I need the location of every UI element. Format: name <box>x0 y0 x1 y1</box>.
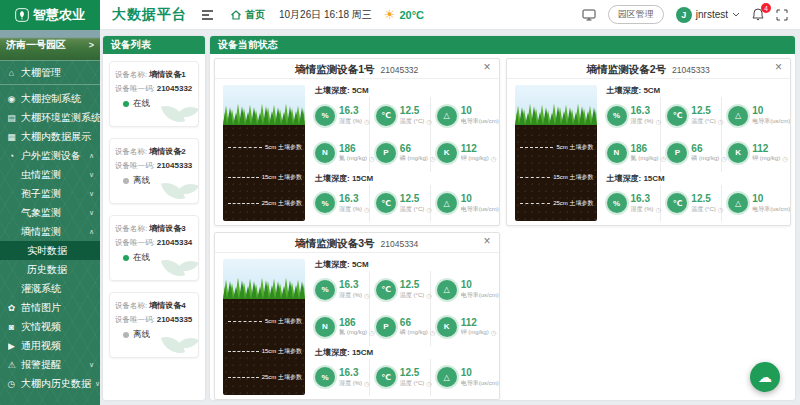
metric-potassium: K112钾 (mg/kg)◷ <box>431 134 491 171</box>
fullscreen-icon[interactable] <box>776 9 788 21</box>
metric-temperature: ℃12.5温度 (°C)◷ <box>661 185 722 222</box>
history-icon[interactable]: ◷ <box>364 380 370 388</box>
control-system-icon: ◉ <box>6 94 17 104</box>
soil-profile-image: 5cm 土壤参数 15cm 土壤参数 25cm 土壤参数 <box>223 85 305 221</box>
conductivity-icon: △ <box>437 106 457 126</box>
park-selector[interactable]: 济南一号园区 > <box>0 30 100 60</box>
chevron-down-icon: ∨ <box>89 171 94 179</box>
user-menu[interactable]: J jnrstest <box>676 7 740 23</box>
sidebar-item-general-video[interactable]: ▶通用视频 <box>0 336 100 355</box>
close-icon[interactable]: × <box>483 61 490 73</box>
metric-temperature: ℃12.5温度 (°C)◷ <box>370 271 431 308</box>
park-manage-button[interactable]: 园区管理 <box>608 5 664 24</box>
status-text: 离线 <box>133 175 150 187</box>
history-icon[interactable]: ◷ <box>364 118 370 126</box>
chevron-up-icon: ∧ <box>89 152 94 160</box>
history-icon[interactable]: ◷ <box>364 206 370 214</box>
sidebar-item-environment-monitoring[interactable]: ▤大棚环境监测系统 <box>0 108 100 127</box>
clock-icon: ◷ <box>6 379 17 389</box>
metric-conductivity: △10电导率(us/cm)◷ <box>431 97 491 134</box>
sidebar-item-greenhouse-data-display[interactable]: ▦大棚内数据展示 <box>0 127 100 146</box>
depth-marker: 5cm 土壤参数 <box>520 143 594 152</box>
username-text: jnrstest <box>696 9 728 20</box>
soil-depth-label: 土壤深度: 15CM <box>315 172 491 185</box>
chevron-down-icon <box>732 12 740 17</box>
history-icon[interactable]: ◷ <box>491 155 497 163</box>
sidebar-item-irrigation-system[interactable]: 灌溉系统 <box>0 279 100 298</box>
panel-title: 墒情监测设备3号 <box>295 237 374 251</box>
soil-profile-image: 5cm 土壤参数 15cm 土壤参数 25cm 土壤参数 <box>223 259 305 395</box>
metric-conductivity: △10电导率(us/cm)◷ <box>722 185 782 222</box>
environment-monitor-icon: ▤ <box>6 113 17 123</box>
device-name-label: 设备名称: <box>115 224 147 233</box>
device-list-panel: 设备列表 设备名称: 墒情设备1 设备唯一码: 21045332 在线 设备名称… <box>103 36 205 400</box>
cloud-upload-button[interactable]: ☁ <box>750 362 780 392</box>
chevron-down-icon: ∨ <box>95 380 100 388</box>
soil-depth-label: 土壤深度: 15CM <box>315 346 491 359</box>
device-code: 21045333 <box>157 161 193 170</box>
sidebar-item-seedling-photos[interactable]: ✿苗情图片 <box>0 298 100 317</box>
depth-marker: 25cm 土壤参数 <box>228 373 302 382</box>
sidebar-item-alarm-reminder[interactable]: ⚠报警提醒∨ <box>0 355 100 374</box>
nav-home[interactable]: 首页 <box>230 8 265 22</box>
chevron-down-icon: ∨ <box>89 190 94 198</box>
metric-nitrogen: N186氮 (mg/kg)◷ <box>315 134 370 171</box>
sidebar-item-insect-monitoring[interactable]: 虫情监测∨ <box>0 165 100 184</box>
sidebar-item-disaster-video[interactable]: ◙灾情视频 <box>0 317 100 336</box>
data-display-icon: ▦ <box>6 132 17 142</box>
device-card-2[interactable]: 设备名称: 墒情设备2 设备唯一码: 21045333 离线 <box>109 138 199 204</box>
flower-icon: ✿ <box>6 303 17 313</box>
status-dot <box>123 101 129 107</box>
home-icon <box>230 9 242 21</box>
panel-device-code: 21045333 <box>672 65 710 75</box>
warning-icon: ⚠ <box>6 360 17 370</box>
history-icon[interactable]: ◷ <box>364 292 370 300</box>
device-name: 墒情设备4 <box>149 301 185 310</box>
temperature-icon: ℃ <box>376 280 396 300</box>
metric-temperature: ℃12.5温度 (°C)◷ <box>370 97 431 134</box>
soil-profile-image: 5cm 土壤参数 15cm 土壤参数 25cm 土壤参数 <box>515 85 597 221</box>
soil-depth-label: 土壤深度: 5CM <box>607 84 783 97</box>
device-code: 21045335 <box>157 315 193 324</box>
humidity-icon: % <box>607 193 627 213</box>
sidebar-item-history-data[interactable]: 历史数据 <box>0 260 100 279</box>
metric-humidity: %16.3湿度 (%)◷ <box>315 185 370 222</box>
platform-title: 大数据平台 <box>112 6 187 24</box>
humidity-icon: % <box>315 367 335 387</box>
close-icon[interactable]: × <box>483 235 490 247</box>
metric-phosphorus: P66磷 (mg/kg)◷ <box>370 308 431 345</box>
sidebar-item-realtime-data[interactable]: 实时数据 <box>0 241 100 260</box>
close-icon[interactable]: × <box>775 61 782 73</box>
app-logo: 智慧农业 <box>0 0 100 30</box>
device-card-1[interactable]: 设备名称: 墒情设备1 设备唯一码: 21045332 在线 <box>109 61 199 127</box>
panel-device-code: 21045332 <box>381 65 419 75</box>
metric-temperature: ℃12.5温度 (°C)◷ <box>661 97 722 134</box>
device-code-label: 设备唯一码: <box>115 84 155 93</box>
device-card-4[interactable]: 设备名称: 墒情设备4 设备唯一码: 21045335 离线 <box>109 292 199 358</box>
chevron-down-icon: ∨ <box>89 361 94 369</box>
device-name: 墒情设备3 <box>149 224 185 233</box>
history-icon[interactable]: ◷ <box>656 118 662 126</box>
metric-potassium: K112钾 (mg/kg)◷ <box>431 308 491 345</box>
potassium-icon: K <box>728 143 748 163</box>
history-icon[interactable]: ◷ <box>491 329 497 337</box>
device-card-3[interactable]: 设备名称: 墒情设备3 设备唯一码: 21045334 在线 <box>109 215 199 281</box>
monitor-icon[interactable] <box>582 9 596 21</box>
sidebar-item-outdoor-devices[interactable]: ◔户外监测设备∧ <box>0 146 100 165</box>
sidebar-item-weather-monitoring[interactable]: 气象监测∨ <box>0 203 100 222</box>
device-code-label: 设备唯一码: <box>115 315 155 324</box>
play-video-icon: ▶ <box>6 341 17 351</box>
top-bar: 智慧农业 大数据平台 首页 10月26日 16:18 周三 ☀ 20°C 园区管… <box>0 0 800 30</box>
sidebar-item-spore-monitoring[interactable]: 孢子监测∨ <box>0 184 100 203</box>
sidebar-item-soil-moisture-monitoring[interactable]: 墒情监测∧ <box>0 222 100 241</box>
history-icon[interactable]: ◷ <box>656 206 662 214</box>
nitrogen-icon: N <box>315 143 335 163</box>
history-icon[interactable]: ◷ <box>782 155 788 163</box>
sidebar-item-greenhouse-control[interactable]: ◉大棚控制系统 <box>0 89 100 108</box>
sidebar-item-greenhouse-history-data[interactable]: ◷大棚内历史数据∨ <box>0 374 100 393</box>
panel-device-code: 21045334 <box>381 239 419 249</box>
notifications-bell[interactable]: 4 <box>752 8 764 21</box>
sidebar-item-greenhouse-management[interactable]: ⌂大棚管理 <box>0 60 100 85</box>
collapse-menu-icon[interactable] <box>201 10 214 20</box>
metric-temperature: ℃12.5温度 (°C)◷ <box>370 185 431 222</box>
